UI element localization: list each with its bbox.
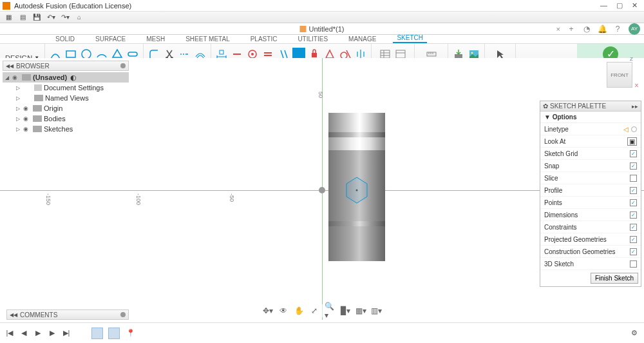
save-icon[interactable]: 💾 xyxy=(32,13,41,22)
tab-mesh[interactable]: MESH xyxy=(142,35,169,43)
palette-row-linetype[interactable]: Linetype◁ xyxy=(540,123,641,135)
look-icon[interactable]: 👁 xyxy=(278,306,289,316)
maximize-button[interactable]: ▢ xyxy=(616,1,623,10)
browser-tree: ◢◉ (Unsaved) ◐ ▷Document Settings ▷Named… xyxy=(3,71,129,135)
palette-row-points[interactable]: Points✓ xyxy=(540,197,641,209)
tree-root[interactable]: ◢◉ (Unsaved) ◐ xyxy=(3,72,129,83)
checkbox[interactable]: ✓ xyxy=(630,248,637,255)
browser-options-icon[interactable] xyxy=(120,63,126,68)
palette-row-label: Look At xyxy=(544,138,627,145)
timeline-feature-3[interactable]: 📍 xyxy=(125,328,137,339)
notifications-icon[interactable]: 🔔 xyxy=(598,24,607,34)
grid-apps-icon[interactable]: ▦ xyxy=(4,13,13,22)
finish-sketch-palette-button[interactable]: Finish Sketch xyxy=(591,273,638,284)
tab-utilities[interactable]: UTILITIES xyxy=(294,35,332,43)
palette-row-profile[interactable]: Profile✓ xyxy=(540,184,641,197)
palette-row-constraints[interactable]: Constraints✓ xyxy=(540,221,641,233)
redo-icon[interactable]: ↷▾ xyxy=(61,13,70,22)
tree-item-origin[interactable]: ▷◉Origin xyxy=(3,103,129,113)
palette-header[interactable]: ✿ SKETCH PALETTE ▸▸ xyxy=(540,101,641,112)
tree-item-sketches[interactable]: ▷◉Sketches xyxy=(3,124,129,134)
comments-bar[interactable]: ◀◀ COMMENTS xyxy=(6,309,129,320)
ruler-n50: -50 xyxy=(229,193,235,202)
user-avatar[interactable]: AY xyxy=(629,23,640,35)
tab-manage[interactable]: MANAGE xyxy=(345,35,380,43)
file-icon[interactable]: ▤ xyxy=(18,13,27,22)
browser-header[interactable]: ◀◀ BROWSER xyxy=(3,61,129,71)
browser-title: BROWSER xyxy=(16,63,50,70)
undo-icon[interactable]: ↶▾ xyxy=(46,13,55,22)
checkbox[interactable]: ✓ xyxy=(630,211,637,219)
pin-icon[interactable]: ▸▸ xyxy=(632,103,638,110)
palette-row-label: Construction Geometries xyxy=(544,248,630,255)
checkbox[interactable]: ✓ xyxy=(630,150,637,157)
svg-rect-5 xyxy=(220,50,223,54)
look-at-icon[interactable]: ▣ xyxy=(627,137,637,146)
tree-item-bodies[interactable]: ▷◉Bodies xyxy=(3,113,129,124)
timeline: |◀ ◀ ▶ ▶ ▶| 📍 ⚙ xyxy=(0,322,644,343)
palette-row-look-at[interactable]: Look At▣ xyxy=(540,135,641,148)
timeline-settings-icon[interactable]: ⚙ xyxy=(630,329,639,338)
palette-row-snap[interactable]: Snap✓ xyxy=(540,160,641,172)
new-tab-button[interactable]: + xyxy=(567,24,576,34)
comments-options-icon[interactable] xyxy=(120,312,126,317)
minimize-button[interactable]: — xyxy=(600,1,607,10)
timeline-prev-icon[interactable]: ◀ xyxy=(19,329,28,338)
pan-icon[interactable]: ✋ xyxy=(294,306,304,316)
home-icon[interactable]: ⌂ xyxy=(75,13,84,22)
palette-row-3d-sketch[interactable]: 3D Sketch xyxy=(540,258,641,270)
document-tab[interactable]: Untitled*(1) xyxy=(299,25,344,33)
checkbox[interactable] xyxy=(630,175,637,182)
viewport-icon[interactable]: ▥▾ xyxy=(371,306,381,316)
checkbox[interactable]: ✓ xyxy=(630,224,637,231)
tab-sheet-metal[interactable]: SHEET METAL xyxy=(182,35,234,43)
viewcube-x-axis: X xyxy=(635,83,638,88)
sketch-hexagon[interactable] xyxy=(344,176,370,204)
view-cube[interactable]: FRONT X Z xyxy=(607,62,632,88)
timeline-feature-1[interactable] xyxy=(91,328,103,339)
close-button[interactable]: ✕ xyxy=(632,1,638,10)
ribbon-tabs: SOLID SURFACE MESH SHEET METAL PLASTIC U… xyxy=(0,35,644,44)
tab-plastic[interactable]: PLASTIC xyxy=(247,35,281,43)
tab-solid[interactable]: SOLID xyxy=(52,35,79,43)
palette-row-label: Slice xyxy=(544,175,630,182)
help-icon[interactable]: ? xyxy=(613,24,622,34)
fit-icon[interactable]: 🔍▾ xyxy=(325,306,335,316)
svg-rect-2 xyxy=(128,52,137,56)
tab-sketch[interactable]: SKETCH xyxy=(393,34,427,43)
palette-section-options[interactable]: ▼ Options xyxy=(540,112,641,123)
palette-row-sketch-grid[interactable]: Sketch Grid✓ xyxy=(540,148,641,160)
checkbox[interactable] xyxy=(630,260,637,268)
palette-row-construction-geometries[interactable]: Construction Geometries✓ xyxy=(540,246,641,258)
palette-row-dimensions[interactable]: Dimensions✓ xyxy=(540,209,641,221)
origin-point-icon xyxy=(319,187,325,193)
document-name: Untitled*(1) xyxy=(308,25,344,33)
tab-surface[interactable]: SURFACE xyxy=(91,35,129,43)
timeline-play-icon[interactable]: ▶ xyxy=(33,329,43,338)
display-icon[interactable]: ▉▾ xyxy=(340,306,350,316)
tree-item-named-views[interactable]: ▷Named Views xyxy=(3,93,129,103)
timeline-start-icon[interactable]: |◀ xyxy=(5,329,14,338)
tree-item-document-settings[interactable]: ▷Document Settings xyxy=(3,83,129,93)
timeline-feature-2[interactable] xyxy=(108,328,120,339)
close-tab-icon[interactable]: × xyxy=(556,25,560,33)
checkbox[interactable]: ✓ xyxy=(630,236,637,243)
timeline-next-icon[interactable]: ▶ xyxy=(48,329,57,338)
linetype-icons[interactable]: ◁ xyxy=(623,126,637,133)
doc-cube-icon xyxy=(299,26,306,32)
checkbox[interactable]: ✓ xyxy=(630,187,637,194)
app-title: Autodesk Fusion (Education License) xyxy=(14,2,600,10)
checkbox[interactable]: ✓ xyxy=(630,199,637,206)
orbit-icon[interactable]: ✥▾ xyxy=(263,306,273,316)
timeline-end-icon[interactable]: ▶| xyxy=(62,329,71,338)
grid-icon[interactable]: ▦▾ xyxy=(355,306,366,316)
palette-row-slice[interactable]: Slice xyxy=(540,172,641,184)
browser-panel: ◀◀ BROWSER ◢◉ (Unsaved) ◐ ▷Document Sett… xyxy=(3,61,129,135)
viewcube-z-axis: Z xyxy=(630,56,633,62)
palette-row-projected-geometries[interactable]: Projected Geometries✓ xyxy=(540,233,641,246)
zoom-icon[interactable]: ⤢ xyxy=(309,306,319,316)
extensions-icon[interactable]: ◔ xyxy=(582,24,591,34)
app-logo-icon xyxy=(3,2,10,10)
palette-row-label: Snap xyxy=(544,162,630,170)
checkbox[interactable]: ✓ xyxy=(630,162,637,170)
